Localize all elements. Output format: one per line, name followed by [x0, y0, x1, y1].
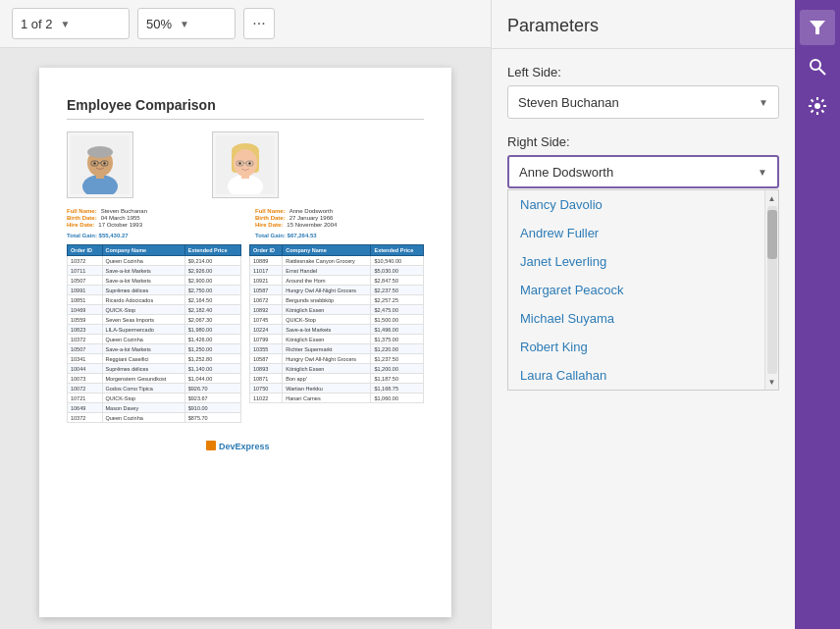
order-cell: 10073: [68, 374, 103, 384]
order-cell: Save-a-lot Markets: [102, 276, 184, 286]
right-order-row: 10224Save-a-lot Markets$1,496.00: [250, 325, 424, 335]
order-cell: 10711: [68, 266, 103, 276]
right-orders-table: Order ID Company Name Extended Price 108…: [249, 244, 424, 403]
order-cell: Godos Como Tipica: [102, 384, 184, 393]
order-cell: $2,847.50: [371, 276, 424, 286]
right-order-row: 10587Hungry Owl All-Night Grocers$2,237.…: [250, 286, 424, 295]
dropdown-item[interactable]: Margaret Peacock: [508, 276, 764, 304]
order-cell: $1,252.80: [184, 354, 240, 364]
order-cell: $1,237.50: [371, 354, 424, 364]
left-fullname-value: Steven Buchanan: [101, 208, 147, 214]
left-orders-table: Order ID Company Name Extended Price 103…: [67, 244, 241, 423]
left-order-row: 10991Suprêmes délices$2,750.00: [68, 286, 241, 295]
order-cell: $2,067.30: [184, 315, 240, 325]
right-col-company: Company Name: [283, 245, 371, 256]
order-cell: $5,030.00: [371, 266, 424, 276]
left-fullname-label: Full Name:: [67, 208, 97, 214]
report-page: Employee Comparison: [39, 68, 451, 617]
right-side-select[interactable]: Anne Dodsworth ▼: [507, 155, 779, 188]
left-employee-avatar: [71, 135, 130, 194]
left-total-gain: Total Gain: $55,430.27: [67, 233, 236, 238]
right-order-row: 11017Ernst Handel$5,030.00: [250, 266, 424, 276]
left-order-row: 10341Reggiani Caseifici$1,252.80: [68, 354, 241, 364]
order-cell: 10889: [250, 256, 283, 266]
order-cell: $1,980.00: [184, 325, 240, 335]
order-cell: 10893: [250, 364, 283, 374]
dropdown-item[interactable]: Andrew Fuller: [508, 219, 764, 247]
right-employee-photo: [212, 131, 279, 198]
zoom-dropdown-arrow[interactable]: ▼: [180, 19, 189, 29]
scroll-down-button[interactable]: ▼: [766, 376, 778, 388]
order-cell: Save-a-lot Markets: [102, 344, 184, 354]
order-cell: $2,900.00: [184, 276, 240, 286]
order-cell: Reggiani Caseifici: [102, 354, 184, 364]
order-cell: Hungry Owl All-Night Grocers: [283, 354, 371, 364]
order-cell: Bergunds snabbköp: [283, 295, 371, 305]
scroll-thumb[interactable]: [767, 210, 777, 259]
left-totalgain-label: Total Gain:: [67, 233, 97, 238]
left-employee-photo: [67, 131, 133, 198]
order-cell: Wartian Herkku: [283, 384, 371, 393]
order-cell: Königlich Essen: [283, 305, 371, 315]
order-cell: Around the Horn: [283, 276, 371, 286]
right-order-row: 10587Hungry Owl All-Night Grocers$1,237.…: [250, 354, 424, 364]
employee-photos: [67, 131, 424, 198]
right-order-row: 10889Rattlesnake Canyon Grocery$10,540.0…: [250, 256, 424, 266]
order-cell: $1,168.75: [371, 384, 424, 393]
page-control[interactable]: 1 of 2 ▼: [12, 8, 130, 39]
right-side-group: Right Side: Anne Dodsworth ▼ Nancy Davol…: [507, 134, 779, 391]
right-side-arrow: ▼: [758, 167, 767, 178]
left-hiredate-value: 17 October 1993: [98, 222, 142, 228]
order-cell: Queen Cozinha: [102, 335, 184, 344]
left-col-company: Company Name: [102, 245, 184, 256]
search-icon: [808, 57, 827, 77]
order-cell: 10469: [68, 305, 103, 315]
orders-section: Order ID Company Name Extended Price 103…: [67, 244, 424, 429]
zoom-control[interactable]: 50% ▼: [137, 8, 236, 39]
left-col-price: Extended Price: [184, 245, 240, 256]
order-cell: 10892: [250, 305, 283, 315]
left-order-row: 10372Queen Cozinha$875.70: [68, 413, 241, 423]
right-order-row: 10745QUICK-Stop$1,500.00: [250, 315, 424, 325]
page-indicator: 1 of 2: [21, 17, 53, 31]
dropdown-item[interactable]: Robert King: [508, 333, 764, 361]
right-hiredate-value: 15 November 2004: [287, 222, 337, 228]
order-cell: 11017: [250, 266, 283, 276]
left-side-select[interactable]: Steven Buchanan ▼: [507, 85, 779, 119]
order-cell: $2,750.00: [184, 286, 240, 295]
left-order-row: 10072Godos Como Tipica$926.70: [68, 384, 241, 393]
dropdown-item[interactable]: Michael Suyama: [508, 304, 764, 333]
parameters-body: Left Side: Steven Buchanan ▼ Right Side:…: [492, 49, 795, 629]
settings-icon-button[interactable]: [800, 88, 835, 124]
more-button[interactable]: ···: [243, 8, 275, 39]
right-birthdate-label: Birth Date:: [255, 215, 286, 221]
right-col-price: Extended Price: [371, 245, 424, 256]
left-order-row: 10469QUICK-Stop$2,182.40: [68, 305, 241, 315]
scroll-up-button[interactable]: ▲: [766, 192, 778, 204]
report-viewer: Employee Comparison: [0, 48, 491, 629]
right-totalgain-value: $67,264.53: [288, 233, 317, 238]
dropdown-items-list: Nancy DavolioAndrew FullerJanet Leverlin…: [508, 190, 764, 390]
order-cell: 10672: [250, 295, 283, 305]
order-cell: Queen Cozinha: [102, 256, 184, 266]
right-side-dropdown: Nancy DavolioAndrew FullerJanet Leverlin…: [507, 189, 779, 391]
dropdown-item[interactable]: Janet Leverling: [508, 247, 764, 276]
right-order-row: 11022Hanari Carnes$1,060.00: [250, 393, 424, 403]
order-cell: $875.70: [184, 413, 240, 423]
order-cell: Morgenstern Gesundkost: [102, 374, 184, 384]
filter-icon-button[interactable]: [800, 10, 835, 45]
svg-point-21: [248, 162, 250, 164]
dropdown-item[interactable]: Nancy Davolio: [508, 190, 764, 219]
right-hiredate-label: Hire Date:: [255, 222, 283, 228]
order-cell: LILA-Supermercado: [102, 325, 184, 335]
order-cell: Seven Seas Imports: [102, 315, 184, 325]
right-totalgain-label: Total Gain:: [255, 233, 286, 238]
search-icon-button[interactable]: [800, 49, 835, 84]
devexpress-logo: DevExpress: [206, 439, 285, 452]
order-cell: $910.00: [184, 403, 240, 413]
dropdown-item[interactable]: Laura Callahan: [508, 361, 764, 390]
order-cell: 10372: [68, 256, 103, 266]
svg-text:DevExpress: DevExpress: [219, 442, 270, 451]
order-cell: $1,044.00: [184, 374, 240, 384]
page-dropdown-arrow[interactable]: ▼: [61, 19, 71, 29]
